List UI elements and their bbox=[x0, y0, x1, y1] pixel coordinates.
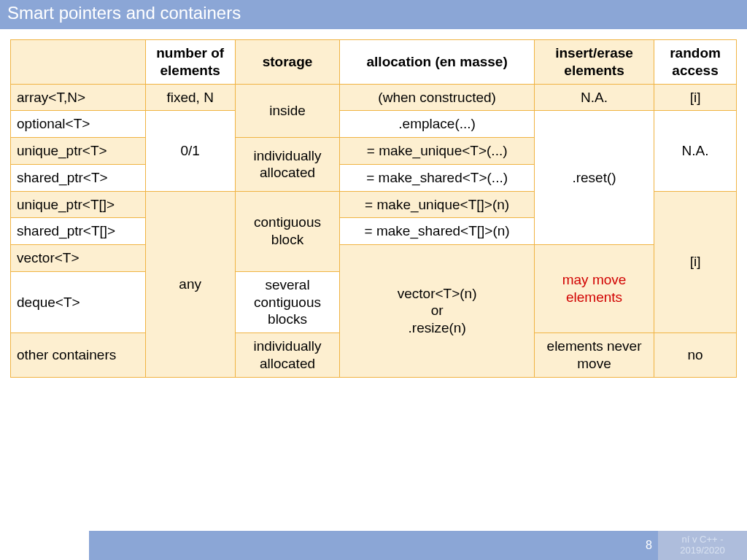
footer-note-line1: ní v C++ - bbox=[681, 534, 723, 545]
footer-note-box: ní v C++ - 2019/2020 bbox=[658, 531, 747, 560]
cell-may-move: may move elements bbox=[534, 245, 654, 333]
cell-na2: N.A. bbox=[654, 111, 737, 191]
cell-fixedN: fixed, N bbox=[145, 84, 235, 111]
cell-na1: N.A. bbox=[534, 84, 654, 111]
cell-zero1: 0/1 bbox=[145, 111, 235, 191]
footer-note: ní v C++ - 2019/2020 bbox=[680, 534, 724, 556]
row-label-deque: deque<T> bbox=[11, 271, 146, 332]
cell-idx1: [i] bbox=[654, 84, 737, 111]
cell-make-shared-arr: = make_shared<T[]>(n) bbox=[340, 218, 535, 245]
cell-contig: contiguous block bbox=[235, 191, 340, 271]
cell-vector-resize: vector<T>(n) or .resize(n) bbox=[340, 245, 535, 378]
cell-emplace: .emplace(...) bbox=[340, 111, 535, 138]
row-label-array: array<T,N> bbox=[11, 84, 146, 111]
row-label-unique-arr: unique_ptr<T[]> bbox=[11, 191, 146, 218]
footer-note-line2: 2019/2020 bbox=[680, 545, 724, 556]
cell-make-shared: = make_shared<T>(...) bbox=[340, 164, 535, 191]
row-label-shared-arr: shared_ptr<T[]> bbox=[11, 218, 146, 245]
comparison-table: number of elements storage allocation (e… bbox=[10, 39, 737, 378]
table-row: vector<T> vector<T>(n) or .resize(n) may… bbox=[11, 245, 737, 272]
cell-make-unique-arr: = make_unique<T[]>(n) bbox=[340, 191, 535, 218]
header-num: number of elements bbox=[145, 40, 235, 85]
cell-idx2: [i] bbox=[654, 191, 737, 333]
cell-indiv2: individually allocated bbox=[235, 333, 340, 378]
slide-content: number of elements storage allocation (e… bbox=[0, 29, 747, 388]
slide-footer: 8 ní v C++ - 2019/2020 bbox=[0, 531, 747, 560]
row-label-shared: shared_ptr<T> bbox=[11, 164, 146, 191]
cell-indiv1: individually allocated bbox=[235, 138, 340, 192]
cell-inside: inside bbox=[235, 84, 340, 138]
table-header-row: number of elements storage allocation (e… bbox=[11, 40, 737, 85]
cell-any: any bbox=[145, 191, 235, 377]
page-number: 8 bbox=[646, 531, 652, 560]
header-insert: insert/erase elements bbox=[534, 40, 654, 85]
table-row: optional<T> 0/1 .emplace(...) .reset() N… bbox=[11, 111, 737, 138]
table-row: array<T,N> fixed, N inside (when constru… bbox=[11, 84, 737, 111]
cell-never-move: elements never move bbox=[534, 333, 654, 378]
row-label-optional: optional<T> bbox=[11, 111, 146, 138]
title-bar: Smart pointers and containers bbox=[0, 0, 747, 29]
row-label-other: other containers bbox=[11, 333, 146, 378]
cell-several: several contiguous blocks bbox=[235, 271, 340, 332]
row-label-vector: vector<T> bbox=[11, 245, 146, 272]
cell-reset: .reset() bbox=[534, 111, 654, 245]
header-storage: storage bbox=[235, 40, 340, 85]
header-random: random access bbox=[654, 40, 737, 85]
cell-no: no bbox=[654, 333, 737, 378]
cell-make-unique: = make_unique<T>(...) bbox=[340, 138, 535, 165]
cell-constructed: (when constructed) bbox=[340, 84, 535, 111]
header-empty bbox=[11, 40, 146, 85]
row-label-unique: unique_ptr<T> bbox=[11, 138, 146, 165]
slide-title: Smart pointers and containers bbox=[7, 3, 241, 23]
header-alloc: allocation (en masse) bbox=[340, 40, 535, 85]
